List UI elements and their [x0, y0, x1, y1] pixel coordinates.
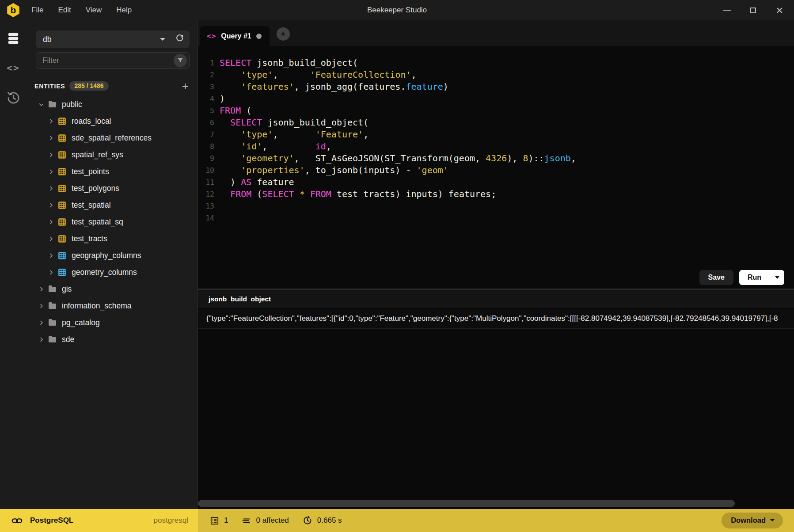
folder-icon: [49, 101, 56, 107]
tree-item-roads_local[interactable]: roads_local: [27, 113, 198, 129]
horizontal-scrollbar: [198, 500, 794, 508]
unsaved-indicator-dot: [256, 34, 262, 39]
view-icon: [58, 252, 66, 259]
code-line: 10 'properties', to_jsonb(inputs) - 'geo…: [198, 164, 794, 176]
window-controls: ✕: [723, 6, 794, 15]
queries-icon[interactable]: <>: [6, 61, 21, 76]
records-icon: [210, 516, 219, 525]
minimize-button[interactable]: [723, 10, 731, 11]
history-icon[interactable]: [6, 90, 21, 105]
chevron-right-icon[interactable]: [48, 152, 54, 158]
menu-edit[interactable]: Edit: [58, 6, 71, 15]
table-icon: [58, 218, 66, 226]
horizontal-scrollbar-thumb[interactable]: [198, 500, 735, 507]
tree-item-test_tracts[interactable]: test_tracts: [27, 230, 198, 247]
download-button[interactable]: Download: [722, 513, 783, 528]
code-text: ) AS feature: [220, 176, 294, 188]
code-line: 13: [198, 200, 794, 212]
tab-query-1[interactable]: <> Query #1: [200, 26, 270, 46]
tree-item-geography_columns[interactable]: geography_columns: [27, 247, 198, 264]
affected-icon: [242, 516, 251, 525]
results-column-header[interactable]: jsonb_build_object: [198, 290, 794, 308]
folder-icon: [49, 303, 56, 309]
tree-item-information_schema[interactable]: information_schema: [27, 297, 198, 314]
chevron-right-icon[interactable]: [48, 118, 54, 125]
sql-editor[interactable]: 1SELECT jsonb_build_object(2 'type', 'Fe…: [198, 46, 794, 289]
run-button[interactable]: Run: [739, 270, 770, 285]
tree-item-spatial_ref_sys[interactable]: spatial_ref_sys: [27, 146, 198, 163]
line-number: 5: [198, 105, 214, 117]
title-bar: b File Edit View Help Beekeeper Studio ✕: [0, 0, 794, 20]
tree-item-test_spatial_sq[interactable]: test_spatial_sq: [27, 213, 198, 230]
code-line: 9 'geometry', ST_AsGeoJSON(ST_Transform(…: [198, 152, 794, 164]
chevron-right-icon[interactable]: [48, 185, 54, 192]
entity-filter: [36, 52, 190, 69]
code-line: 5FROM (: [198, 105, 794, 117]
line-number: 8: [198, 141, 214, 152]
menu-help[interactable]: Help: [116, 6, 132, 15]
line-number: 4: [198, 93, 214, 105]
chevron-right-icon[interactable]: [48, 168, 54, 175]
line-number: 11: [198, 176, 214, 188]
code-text: SELECT jsonb_build_object(: [220, 57, 358, 69]
filter-input[interactable]: [42, 56, 174, 65]
add-entity-button[interactable]: +: [182, 82, 189, 91]
refresh-icon[interactable]: [175, 34, 184, 45]
chevron-right-icon[interactable]: [48, 202, 54, 209]
view-icon: [58, 269, 66, 276]
filter-funnel-icon[interactable]: [174, 54, 187, 67]
code-line: 2 'type', 'FeatureCollection',: [198, 69, 794, 81]
database-tables-icon[interactable]: [6, 31, 21, 46]
line-number: 7: [198, 129, 214, 141]
tab-label: Query #1: [221, 32, 251, 40]
menu-view[interactable]: View: [86, 6, 102, 15]
tree-item-test_spatial[interactable]: test_spatial: [27, 197, 198, 213]
tree-item-public[interactable]: public: [27, 96, 198, 113]
chevron-right-icon[interactable]: [38, 336, 45, 343]
close-button[interactable]: ✕: [775, 6, 783, 15]
chevron-down-icon[interactable]: [38, 101, 45, 108]
chevron-right-icon[interactable]: [48, 269, 54, 276]
menu-file[interactable]: File: [31, 6, 43, 15]
tree-item-sde_spatial_references[interactable]: sde_spatial_references: [27, 129, 198, 146]
connection-select-value: db: [43, 35, 51, 44]
rows-affected-value: 0 affected: [256, 516, 289, 525]
tree-item-test_points[interactable]: test_points: [27, 163, 198, 180]
results-panel: jsonb_build_object {"type":"FeatureColle…: [198, 289, 794, 329]
chevron-right-icon[interactable]: [38, 303, 45, 309]
new-tab-button[interactable]: +: [277, 27, 290, 41]
tree-item-geometry_columns[interactable]: geometry_columns: [27, 264, 198, 281]
code-line: 8 'id', id,: [198, 141, 794, 152]
code-text: FROM (: [220, 105, 251, 117]
results-row[interactable]: {"type":"FeatureCollection","features":[…: [198, 308, 794, 329]
run-dropdown-button[interactable]: [770, 270, 784, 285]
chevron-right-icon[interactable]: [48, 252, 54, 259]
code-line: 4): [198, 93, 794, 105]
chevron-right-icon[interactable]: [48, 219, 54, 225]
chevron-right-icon[interactable]: [48, 236, 54, 242]
chevron-down-icon: [775, 276, 779, 279]
connection-type-label: PostgreSQL: [30, 516, 73, 525]
maximize-button[interactable]: [750, 8, 756, 13]
connection-select[interactable]: db: [36, 30, 190, 48]
main-area: <> Query #1 + 1SELECT jsonb_build_object…: [198, 20, 794, 509]
tab-bar: <> Query #1 +: [198, 20, 794, 46]
chevron-right-icon[interactable]: [38, 319, 45, 326]
chevron-right-icon[interactable]: [38, 286, 45, 293]
line-number: 6: [198, 117, 214, 129]
code-line: 6 SELECT jsonb_build_object(: [198, 117, 794, 129]
tree-item-pg_catalog[interactable]: pg_catalog: [27, 314, 198, 331]
tree-item-sde[interactable]: sde: [27, 331, 198, 348]
beekeeper-logo-icon: b: [7, 3, 20, 17]
save-button[interactable]: Save: [699, 270, 733, 285]
tree-item-test_polygons[interactable]: test_polygons: [27, 180, 198, 197]
code-line: 14: [198, 212, 794, 224]
code-text: 'type', 'Feature',: [220, 129, 369, 141]
sql-tab-icon: <>: [207, 32, 216, 40]
chevron-down-icon: [770, 519, 775, 521]
table-icon: [58, 134, 66, 142]
tree-item-gis[interactable]: gis: [27, 281, 198, 297]
chevron-right-icon[interactable]: [48, 135, 54, 141]
line-number: 14: [198, 212, 214, 224]
code-text: 'geometry', ST_AsGeoJSON(ST_Transform(ge…: [220, 152, 576, 164]
